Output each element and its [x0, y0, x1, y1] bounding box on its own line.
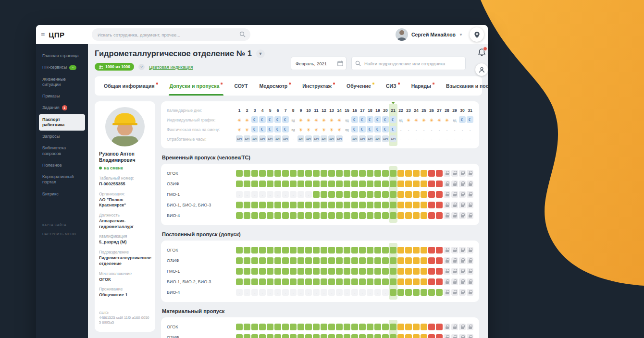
access-granted-cell [336, 324, 343, 330]
access-granted-cell [374, 257, 381, 264]
sidebar-item-4[interactable]: Приказы [39, 91, 85, 102]
lock-icon [461, 281, 464, 284]
tab-5[interactable]: Инструктаж [297, 76, 340, 96]
calendar-day-number: 13 [328, 107, 335, 114]
location-pin-icon [474, 31, 480, 38]
sidebar-item-5[interactable]: Задания1 [39, 102, 85, 113]
tab-2[interactable]: Допуски и пропуска [164, 76, 228, 96]
sidebar-item-2[interactable]: HR-сервисы› [39, 62, 85, 73]
pass-row-label: ОЗИФ [167, 258, 236, 263]
access-warning-cell [421, 247, 427, 254]
sidebar-item-label: Задания [42, 105, 60, 110]
access-granted-cell [351, 170, 358, 177]
sidebar-item-3[interactable]: Жизненные ситуации [39, 74, 85, 91]
help-icon[interactable]: ? [138, 64, 145, 70]
sidebar-item-1[interactable]: Главная страница [39, 50, 85, 61]
access-granted-cell [313, 268, 320, 275]
calendar-day-number: 19 [374, 107, 381, 114]
lock-icon [446, 281, 449, 284]
access-warning-cell [421, 170, 427, 177]
access-granted-cell [267, 257, 273, 264]
access-denied-cell [428, 170, 435, 177]
access-granted-cell [359, 247, 366, 254]
global-search-input[interactable] [92, 28, 250, 41]
access-granted-cell [274, 324, 281, 330]
access-granted-cell [251, 268, 258, 275]
access-granted-cell [267, 334, 273, 338]
department-search-input[interactable] [351, 57, 466, 70]
access-denied-cell [428, 334, 435, 338]
access-granted-cell [359, 170, 366, 177]
tab-label: Общая информация [104, 83, 155, 89]
no-data-cell: - [374, 289, 381, 296]
tab-status-marker [156, 83, 158, 84]
access-granted-cell [244, 170, 250, 177]
access-granted-cell [321, 334, 327, 338]
tab-7[interactable]: СИЗ [381, 76, 405, 96]
pass-row-label: БИО-1, БИО-2, БИО-3 [167, 203, 236, 207]
tab-status-marker [398, 83, 400, 84]
access-granted-cell [244, 181, 250, 187]
sidebar-item-7[interactable]: Запросы [39, 131, 85, 142]
day-shift-icon: ✳ [321, 116, 327, 124]
menu-icon[interactable]: ≡ [41, 31, 45, 38]
tab-3[interactable]: СОУТ [229, 76, 253, 96]
pass-card-1: ОГОКОЗИФГМО-1----------БИО-1, БИО-2, БИО… [161, 164, 479, 225]
worked-hours-cell: 12ч [390, 135, 396, 142]
calendar-icon [337, 60, 343, 66]
lock-icon [469, 281, 472, 284]
access-granted-cell [367, 191, 373, 198]
tab-9[interactable]: Взыскания и поощрения [441, 76, 488, 96]
access-granted-cell [382, 170, 389, 177]
sidebar-item-8[interactable]: Библиотека вопросов [39, 143, 85, 159]
empty-day-cell: - [451, 135, 458, 143]
access-granted-cell [328, 202, 335, 208]
department-chevron-button[interactable]: ▼ [256, 49, 265, 58]
user-menu[interactable]: Сергей Михайлов ▼ [396, 28, 463, 41]
locked-day-cell [467, 247, 473, 254]
access-granted-cell [328, 212, 335, 219]
sidebar-item-11[interactable]: Битрикс [39, 189, 85, 200]
sidebar-item-10[interactable]: Корпоративный портал [39, 171, 85, 188]
locked-day-cell [444, 278, 450, 285]
access-granted-cell [236, 212, 243, 219]
access-granted-cell [251, 257, 258, 264]
sidebar-item-9[interactable]: Полезное [39, 160, 85, 171]
access-granted-cell [251, 334, 258, 338]
access-warning-cell [421, 191, 427, 198]
no-data-cell: - [305, 289, 312, 296]
person-icon [479, 67, 485, 73]
sidebar-footer-link-2[interactable]: НАСТРОИТЬ МЕНЮ [36, 229, 88, 239]
pass-cells [236, 278, 474, 285]
notifications-button[interactable] [478, 48, 486, 59]
support-button[interactable] [475, 63, 488, 76]
access-denied-cell [428, 278, 435, 285]
locked-day-cell [467, 212, 473, 219]
sidebar-footer-link-1[interactable]: КАРТА САЙТА [36, 220, 88, 229]
lock-icon [453, 183, 457, 186]
empty-day-cell: - [344, 135, 350, 143]
lock-icon [446, 250, 449, 252]
tab-8[interactable]: Наряды [406, 76, 440, 96]
calendar-days-row: Календарные дни:123456789101112131415161… [167, 106, 473, 115]
tab-1[interactable]: Общая информация [99, 76, 163, 96]
sidebar-list: Главная страницаHR-сервисы›Жизненные сит… [36, 50, 88, 200]
pass-row-label: БИО-1, БИО-2, БИО-3 [167, 279, 236, 284]
access-granted-cell [313, 278, 320, 285]
locked-day-cell [459, 181, 466, 187]
lock-icon [453, 281, 457, 284]
color-legend-link[interactable]: Цветовая индикация [149, 64, 193, 70]
tab-4[interactable]: Медосмотр [254, 76, 297, 96]
location-button[interactable] [470, 27, 484, 42]
employee-count-badge: 1000 из 1000 [95, 63, 134, 71]
employee-field: Табельный номер:П-000255355 [99, 176, 151, 187]
access-granted-cell [321, 191, 327, 198]
lock-icon [453, 250, 457, 252]
access-warning-cell [405, 334, 412, 338]
sidebar-item-6[interactable]: Паспорт работника [39, 114, 85, 131]
worked-hours-cell: 12ч [351, 135, 358, 142]
no-data-cell: - [244, 191, 250, 198]
tab-6[interactable]: Обучение [341, 76, 380, 96]
access-warning-cell [397, 278, 404, 285]
notification-badge [483, 47, 487, 51]
